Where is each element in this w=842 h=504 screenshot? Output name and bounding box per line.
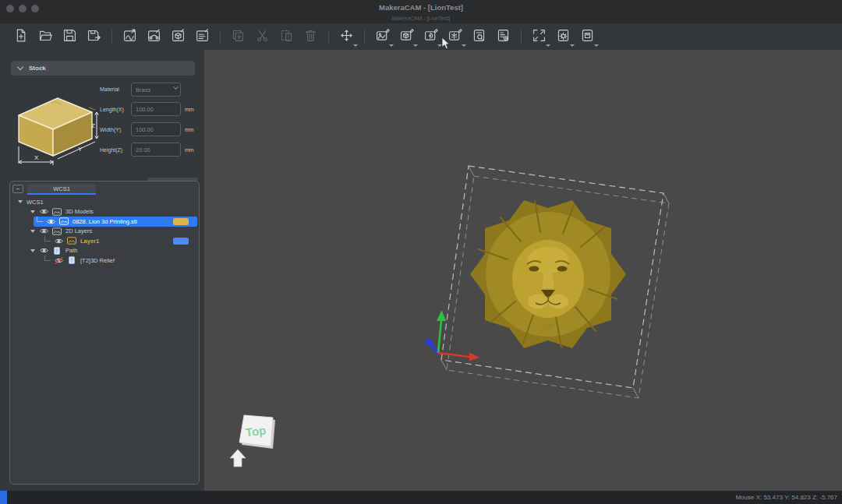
material-select[interactable]	[131, 81, 181, 97]
width-unit: mm	[185, 127, 194, 132]
copy-icon	[231, 28, 246, 46]
tree-row-2d-layers[interactable]: 2D Layers	[10, 227, 199, 237]
trash-icon	[303, 28, 318, 46]
tree-label: 2D Layers	[65, 227, 92, 234]
stock-header[interactable]: Stock	[11, 61, 195, 76]
tree-label: WCS1	[27, 199, 44, 206]
save-as-button[interactable]	[86, 29, 102, 45]
open-file-button[interactable]	[37, 29, 54, 45]
tree-connector	[44, 256, 51, 261]
delete-button[interactable]	[302, 29, 319, 45]
machine-gear-icon	[556, 28, 571, 46]
tree-label: [T2]3D Relief	[80, 257, 115, 264]
import-drawing-button[interactable]	[194, 29, 210, 45]
export-gcode-button[interactable]	[579, 29, 596, 45]
import-vector-icon	[147, 28, 161, 46]
toolbar-separator	[328, 30, 329, 44]
lion-relief-model	[470, 200, 626, 348]
copy-button[interactable]	[230, 29, 246, 45]
layers-group-icon	[52, 227, 62, 235]
layer-color-swatch[interactable]	[173, 238, 189, 245]
tree-label: Layer1	[80, 238, 99, 245]
import-3d-model-button[interactable]	[170, 29, 186, 45]
width-field[interactable]	[131, 122, 181, 136]
status-accent-block	[0, 491, 7, 504]
gcode-document-icon	[496, 28, 511, 46]
remove-wcs-button[interactable]: −	[12, 185, 23, 193]
fit-view-button[interactable]	[531, 29, 547, 45]
tree-row-wcs1[interactable]: WCS1	[10, 197, 199, 207]
chevron-down-icon	[413, 44, 418, 47]
import-3d-model-icon	[171, 28, 186, 46]
title-bar: MakeraCAM - [LionTest] MakeraCAM - [Lion…	[0, 0, 842, 23]
tree-label: 3D Models	[65, 208, 94, 215]
expander-icon[interactable]	[30, 249, 35, 252]
width-row: Width(Y) mm	[100, 122, 198, 137]
height-label: Height(Z)	[100, 147, 131, 153]
tree-rows: WCS1 3D Models	[10, 197, 199, 266]
project-tree-panel: − WCS1 WCS1	[9, 181, 200, 485]
new-file-button[interactable]	[13, 29, 30, 45]
length-unit: mm	[185, 107, 194, 112]
length-field[interactable]	[131, 102, 181, 116]
axis-z-label: Z	[91, 122, 95, 129]
fit-view-icon	[532, 28, 547, 46]
save-as-icon	[87, 28, 101, 46]
axis-y-label: Y	[78, 146, 83, 153]
main-toolbar	[0, 23, 842, 50]
expander-icon[interactable]	[30, 230, 35, 233]
open-folder-icon	[38, 28, 53, 46]
eye-icon[interactable]	[39, 208, 49, 215]
chevron-down-icon	[389, 44, 394, 47]
cut-icon	[255, 28, 270, 46]
tree-row-3d-models[interactable]: 3D Models	[10, 207, 199, 217]
machine-control-button[interactable]	[555, 29, 571, 45]
new-2d-toolpath-button[interactable]	[374, 29, 391, 45]
eye-icon[interactable]	[39, 247, 49, 254]
makeracam-window: MakeraCAM - [LionTest] MakeraCAM - [Lion…	[0, 0, 842, 504]
new-3d-toolpath-icon	[399, 28, 414, 46]
collapse-chevron-icon	[17, 64, 23, 70]
eye-icon[interactable]	[46, 218, 56, 225]
expander-icon[interactable]	[18, 200, 23, 203]
transform-button[interactable]	[338, 29, 355, 45]
stock-preview-image: X Y Z	[12, 89, 100, 167]
tree-row-layer1[interactable]: Layer1	[10, 236, 199, 246]
save-file-button[interactable]	[62, 29, 78, 45]
gcode-list-button[interactable]	[495, 29, 511, 45]
model-icon	[59, 217, 69, 225]
import-curve-icon	[122, 28, 137, 46]
new-3d-toolpath-button[interactable]	[398, 29, 415, 45]
model-color-swatch[interactable]	[173, 218, 189, 225]
paste-button[interactable]	[278, 29, 295, 45]
tree-row-3d-relief[interactable]: [T2]3D Relief	[10, 256, 199, 266]
viewport-3d[interactable]: Top	[204, 50, 842, 491]
eye-icon[interactable]	[54, 238, 64, 245]
window-subtitle: MakeraCAM - [LionTest]	[0, 16, 842, 21]
tab-active-underline	[27, 193, 96, 195]
new-relief-toolpath-icon	[423, 28, 438, 46]
paste-icon	[279, 28, 294, 46]
material-value[interactable]	[131, 83, 181, 97]
mouse-cursor	[441, 37, 451, 50]
save-icon	[62, 28, 77, 46]
eye-icon[interactable]	[39, 227, 49, 234]
eye-hidden-icon[interactable]	[54, 257, 64, 264]
export-gcode-icon	[580, 28, 595, 46]
preview-toolpath-button[interactable]	[471, 29, 487, 45]
tab-wcs1[interactable]: WCS1	[27, 184, 96, 194]
view-cube-label: Top	[245, 423, 267, 439]
chevron-down-icon	[594, 44, 599, 47]
cut-button[interactable]	[254, 29, 271, 45]
toolbar-separator	[111, 30, 112, 44]
model-group-icon	[52, 208, 62, 216]
chevron-down-icon	[353, 44, 358, 47]
tree-row-path[interactable]: Path	[10, 246, 199, 256]
layer-icon	[67, 237, 76, 245]
left-panel: Stock X Y Z	[0, 50, 204, 491]
height-field[interactable]	[131, 143, 181, 157]
import-vector-button[interactable]	[146, 29, 162, 45]
expander-icon[interactable]	[30, 210, 35, 213]
new-relief-toolpath-button[interactable]	[423, 29, 439, 45]
import-curve-button[interactable]	[122, 29, 138, 45]
